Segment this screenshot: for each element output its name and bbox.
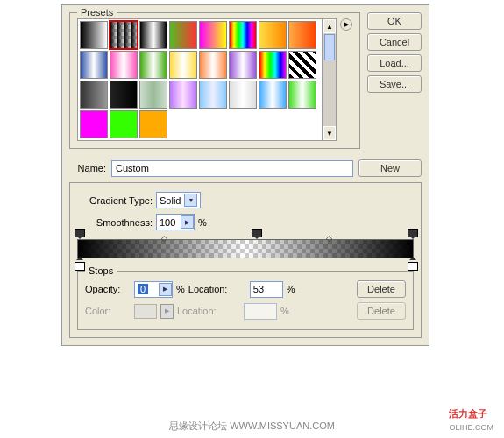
preset-swatch[interactable] [229, 51, 257, 79]
preset-swatch[interactable] [80, 81, 108, 109]
ok-button[interactable]: OK [367, 12, 422, 30]
midpoint-icon[interactable]: ◇ [326, 234, 332, 243]
preset-swatch[interactable] [110, 51, 138, 79]
preset-swatch[interactable] [139, 110, 167, 138]
preset-swatch[interactable] [80, 21, 108, 49]
location-label: Location: [188, 284, 246, 294]
preset-menu-icon[interactable]: ▶ [340, 18, 352, 31]
location-unit: % [287, 284, 295, 294]
preset-swatch[interactable] [110, 81, 138, 109]
opacity-value: 0 [135, 284, 159, 294]
opacity-stop[interactable] [75, 230, 83, 239]
gradient-type-value: Solid [160, 195, 181, 206]
cancel-button[interactable]: Cancel [367, 33, 422, 51]
preset-swatch[interactable] [288, 21, 316, 49]
color-stop[interactable] [408, 259, 416, 268]
opacity-stop[interactable] [252, 230, 260, 239]
footer-brand: 活力盒子OLIHE.COM [449, 407, 493, 433]
preset-swatch[interactable] [139, 51, 167, 79]
preset-swatch[interactable] [199, 81, 227, 109]
presets-frame: Presets [69, 12, 360, 149]
scroll-down-icon[interactable]: ▼ [323, 126, 336, 140]
smoothness-label: Smoothness: [77, 217, 153, 228]
opacity-input[interactable]: 0 ▶ [134, 281, 173, 298]
preset-swatch[interactable] [259, 81, 287, 109]
preset-swatch[interactable] [169, 51, 197, 79]
location-value: 53 [251, 284, 282, 294]
preset-swatch[interactable] [169, 81, 197, 109]
preset-swatch[interactable] [259, 51, 287, 79]
preset-swatch-grid [77, 18, 323, 141]
opacity-label: Opacity: [85, 284, 131, 294]
gradient-type-select[interactable]: Solid ▼ [156, 192, 201, 208]
gradient-editor-dialog: Presets [61, 4, 429, 346]
preset-swatch[interactable] [229, 21, 257, 49]
chevron-right-icon[interactable]: ▶ [181, 215, 194, 229]
location2-label: Location: [177, 306, 240, 316]
color-swatch [134, 304, 157, 319]
chevron-right-icon: ▶ [160, 304, 174, 319]
stops-label: Stops [85, 265, 117, 276]
gradient-bar[interactable] [77, 239, 414, 258]
footer-watermark: 思缘设计论坛 WWW.MISSYUAN.COM [0, 420, 504, 433]
chevron-right-icon[interactable]: ▶ [159, 283, 172, 296]
opacity-unit: % [176, 284, 185, 294]
new-button[interactable]: New [358, 159, 422, 177]
presets-label: Presets [77, 7, 117, 18]
preset-swatch[interactable] [110, 21, 138, 49]
preset-swatch[interactable] [80, 51, 108, 79]
preset-swatch[interactable] [169, 21, 197, 49]
scroll-up-icon[interactable]: ▲ [323, 19, 336, 33]
opacity-stop[interactable] [408, 230, 416, 239]
preset-swatch[interactable] [259, 21, 287, 49]
color-label: Color: [85, 306, 131, 316]
name-input[interactable] [111, 160, 353, 177]
smoothness-unit: % [198, 217, 207, 228]
preset-swatch[interactable] [110, 110, 138, 138]
stops-frame: Stops Opacity: 0 ▶ % Location: 53 % Dele… [77, 271, 414, 330]
preset-swatch[interactable] [229, 81, 257, 109]
location-input[interactable]: 53 [250, 281, 283, 298]
save-button[interactable]: Save... [367, 75, 422, 93]
load-button[interactable]: Load... [367, 54, 422, 72]
preset-swatch[interactable] [288, 51, 316, 79]
smoothness-input[interactable]: 100 ▶ [156, 214, 195, 230]
name-label: Name: [69, 163, 106, 173]
color-stop[interactable] [75, 259, 83, 268]
scroll-thumb[interactable] [324, 34, 335, 60]
gradient-bar-area: ◇ ◇ [77, 239, 414, 258]
delete-opacity-stop-button[interactable]: Delete [357, 280, 406, 298]
midpoint-icon[interactable]: ◇ [161, 234, 167, 243]
smoothness-value: 100 [157, 217, 181, 228]
gradient-settings-frame: Gradient Type: Solid ▼ Smoothness: 100 ▶… [69, 182, 422, 338]
preset-swatch[interactable] [139, 81, 167, 109]
preset-swatch[interactable] [80, 110, 108, 138]
delete-color-stop-button: Delete [357, 302, 406, 320]
gradient-type-label: Gradient Type: [77, 195, 153, 206]
location2-input [244, 303, 277, 320]
preset-swatch[interactable] [139, 21, 167, 49]
preset-swatch[interactable] [288, 81, 316, 109]
chevron-down-icon[interactable]: ▼ [184, 194, 197, 207]
location2-unit: % [280, 306, 289, 316]
preset-scrollbar[interactable]: ▲ ▼ [323, 18, 337, 141]
preset-swatch[interactable] [199, 51, 227, 79]
preset-swatch[interactable] [199, 21, 227, 49]
